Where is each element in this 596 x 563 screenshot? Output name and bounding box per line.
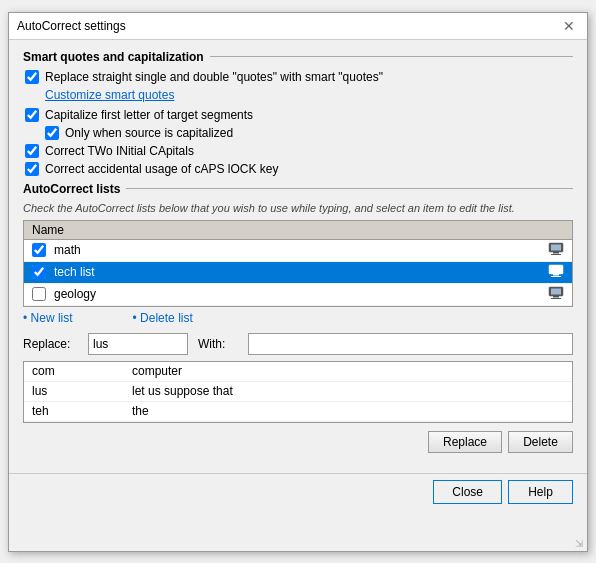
list-row-geology[interactable]: geology xyxy=(24,284,572,306)
checkbox-label-4: Correct TWo INitial CApitals xyxy=(45,144,194,158)
entry-row-lus[interactable]: lus let us suppose that xyxy=(24,382,572,402)
checkbox-geology[interactable] xyxy=(32,287,46,301)
entry-key-teh: teh xyxy=(32,404,132,418)
replace-with-row: Replace: With: xyxy=(23,333,573,355)
checkbox-row-4: Correct TWo INitial CApitals xyxy=(23,144,573,158)
autocorrect-list-table: Name math tech list ge xyxy=(23,220,573,307)
delete-button[interactable]: Delete xyxy=(508,431,573,453)
replace-label: Replace: xyxy=(23,337,78,351)
dialog-content: Smart quotes and capitalization Replace … xyxy=(9,40,587,469)
entry-row-teh[interactable]: teh the xyxy=(24,402,572,422)
autocorrect-lists-section: AutoCorrect lists Check the AutoCorrect … xyxy=(23,182,573,453)
entry-val-com: computer xyxy=(132,364,182,378)
smart-quotes-header: Smart quotes and capitalization xyxy=(23,50,573,64)
replace-input[interactable] xyxy=(88,333,188,355)
checkbox-caps-lock[interactable] xyxy=(25,162,39,176)
entries-table: com computer lus let us suppose that teh… xyxy=(23,361,573,423)
checkbox-techlist[interactable] xyxy=(32,265,46,279)
monitor-icon-math xyxy=(548,242,564,259)
svg-rect-5 xyxy=(551,266,561,272)
checkbox-label-2: Only when source is capitalized xyxy=(65,126,233,140)
checkbox-two-initial[interactable] xyxy=(25,144,39,158)
list-row-math[interactable]: math xyxy=(24,240,572,262)
list-row-techlist[interactable]: tech list xyxy=(24,262,572,284)
with-label: With: xyxy=(198,337,238,351)
dialog-footer: Close Help xyxy=(9,473,587,510)
checkbox-smart-quotes[interactable] xyxy=(25,70,39,84)
svg-rect-10 xyxy=(553,296,559,298)
svg-rect-3 xyxy=(551,254,561,255)
monitor-icon-techlist xyxy=(548,264,564,281)
list-row-geology-name: geology xyxy=(54,287,548,301)
replace-button[interactable]: Replace xyxy=(428,431,502,453)
entry-val-teh: the xyxy=(132,404,149,418)
checkbox-only-when-capitalized[interactable] xyxy=(45,126,59,140)
checkbox-row-5: Correct accidental usage of cAPS lOCK ke… xyxy=(23,162,573,176)
new-delete-row: New list Delete list xyxy=(23,311,573,325)
list-table-header: Name xyxy=(24,221,572,240)
checkbox-capitalize[interactable] xyxy=(25,108,39,122)
svg-rect-2 xyxy=(553,252,559,254)
entry-row-com[interactable]: com computer xyxy=(24,362,572,382)
checkbox-row-3: Capitalize first letter of target segmen… xyxy=(23,108,573,122)
list-row-math-name: math xyxy=(54,243,548,257)
close-button[interactable]: Close xyxy=(433,480,502,504)
svg-rect-9 xyxy=(551,288,561,294)
checkbox-label-3: Capitalize first letter of target segmen… xyxy=(45,108,253,122)
checkbox-row-2: Only when source is capitalized xyxy=(23,126,573,140)
entry-val-lus: let us suppose that xyxy=(132,384,233,398)
close-icon[interactable]: ✕ xyxy=(559,19,579,33)
svg-rect-6 xyxy=(553,274,559,276)
checkbox-row-1: Replace straight single and double "quot… xyxy=(23,70,573,84)
customize-smart-quotes-link[interactable]: Customize smart quotes xyxy=(23,88,573,102)
new-list-link[interactable]: New list xyxy=(23,311,73,325)
dialog-title: AutoCorrect settings xyxy=(17,19,126,33)
checkbox-label-1: Replace straight single and double "quot… xyxy=(45,70,383,84)
help-button[interactable]: Help xyxy=(508,480,573,504)
autocorrect-dialog: AutoCorrect settings ✕ Smart quotes and … xyxy=(8,12,588,552)
entry-key-lus: lus xyxy=(32,384,132,398)
checkbox-math[interactable] xyxy=(32,243,46,257)
checkbox-label-5: Correct accidental usage of cAPS lOCK ke… xyxy=(45,162,278,176)
autocorrect-lists-desc: Check the AutoCorrect lists below that y… xyxy=(23,202,573,214)
title-bar: AutoCorrect settings ✕ xyxy=(9,13,587,40)
svg-rect-11 xyxy=(551,298,561,299)
resize-handle[interactable]: ⇲ xyxy=(575,538,583,549)
with-input[interactable] xyxy=(248,333,573,355)
entry-key-com: com xyxy=(32,364,132,378)
list-row-techlist-name: tech list xyxy=(54,265,548,279)
svg-rect-7 xyxy=(551,276,561,277)
svg-rect-1 xyxy=(551,244,561,250)
delete-list-link[interactable]: Delete list xyxy=(133,311,193,325)
bottom-buttons-row: Replace Delete xyxy=(23,431,573,453)
autocorrect-lists-header: AutoCorrect lists xyxy=(23,182,573,196)
monitor-icon-geology xyxy=(548,286,564,303)
